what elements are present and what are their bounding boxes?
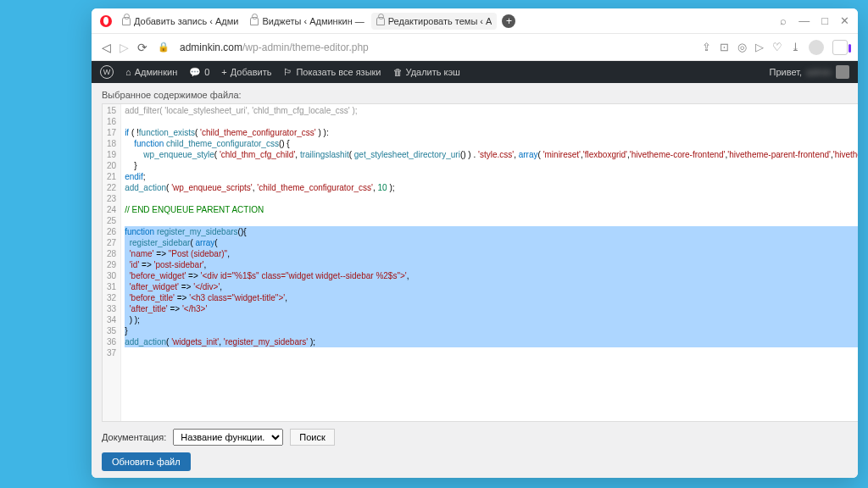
address-bar: ◁ ▷ ⟳ 🔒 adminkin.com/wp-admin/theme-edit…	[92, 34, 858, 61]
new-tab-button[interactable]: +	[502, 14, 515, 28]
titlebar: Добавить запись ‹ АдмиВиджеты ‹ Админкин…	[92, 8, 858, 34]
show-langs[interactable]: 🏳 Показать все языки	[283, 67, 381, 77]
function-select[interactable]: Название функции...	[173, 429, 283, 446]
lock-icon[interactable]: 🔒	[158, 42, 170, 53]
browser-window: Добавить запись ‹ АдмиВиджеты ‹ Админкин…	[92, 8, 858, 478]
person-icon	[376, 17, 385, 25]
selected-file-label: Выбранное содержимое файла:	[102, 90, 858, 100]
url-field[interactable]: adminkin.com/wp-admin/theme-editor.php	[180, 42, 692, 53]
browser-tab[interactable]: Добавить запись ‹ Адми	[117, 13, 243, 30]
play-icon[interactable]: ▷	[755, 41, 764, 53]
screenshot-icon[interactable]: ⊡	[720, 41, 729, 53]
add-new-link[interactable]: + Добавить	[221, 67, 271, 77]
wp-logo-icon[interactable]: W	[100, 65, 114, 79]
profile-avatar[interactable]	[809, 40, 824, 55]
person-icon	[122, 17, 131, 25]
back-icon[interactable]: ◁	[102, 41, 111, 54]
minimize-icon[interactable]: —	[798, 14, 810, 27]
update-file-button[interactable]: Обновить файл	[102, 452, 191, 471]
code-editor[interactable]: 1516171819202122232425262728293031323334…	[102, 103, 858, 422]
maximize-icon[interactable]: □	[821, 14, 828, 27]
reload-icon[interactable]: ⟳	[137, 41, 147, 54]
opera-icon	[100, 15, 112, 27]
browser-tab[interactable]: Редактировать темы ‹ А	[371, 13, 498, 30]
doc-label: Документация:	[102, 432, 166, 442]
share-icon[interactable]: ⇪	[702, 41, 711, 53]
forward-icon[interactable]: ▷	[120, 41, 129, 54]
search-doc-button[interactable]: Поиск	[290, 429, 334, 446]
comments-link[interactable]: 💬 0	[189, 67, 209, 78]
heart-icon[interactable]: ♡	[772, 41, 782, 53]
extension-icon[interactable]	[832, 40, 848, 55]
wp-admin-bar: W ⌂ Админкин 💬 0 + Добавить 🏳 Показать в…	[92, 61, 858, 83]
site-link[interactable]: ⌂ Админкин	[125, 67, 177, 77]
close-icon[interactable]: ✕	[840, 14, 849, 27]
download-icon[interactable]: ⤓	[791, 41, 800, 53]
user-greeting[interactable]: Привет, admin	[770, 65, 850, 79]
clear-cache[interactable]: 🗑 Удалить кэш	[393, 67, 460, 77]
person-icon	[250, 17, 259, 25]
browser-tab[interactable]: Виджеты ‹ Админкин —	[245, 13, 369, 30]
search-icon[interactable]: ⌕	[780, 14, 787, 27]
sync-icon[interactable]: ◎	[737, 41, 747, 53]
